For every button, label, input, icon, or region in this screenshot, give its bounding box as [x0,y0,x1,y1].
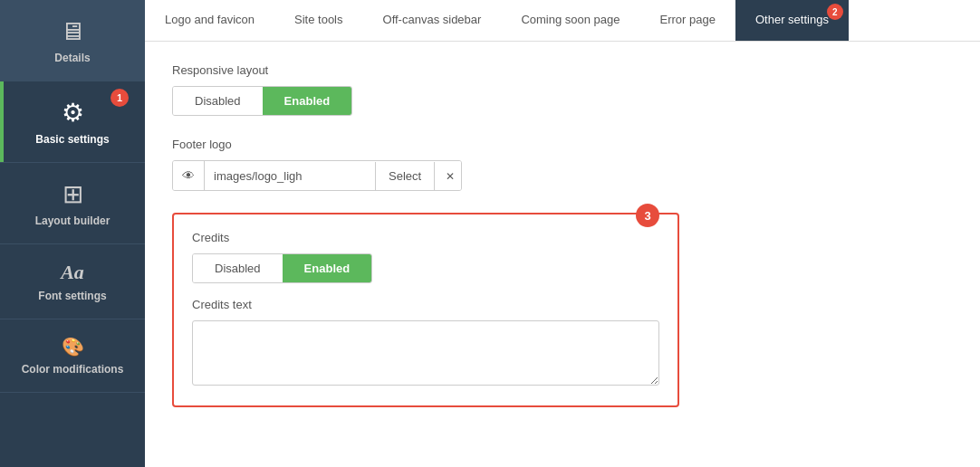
footer-logo-section: Footer logo Select [172,138,953,191]
tab-coming-soon[interactable]: Coming soon page [501,0,639,41]
gear-icon: ⚙ [62,98,84,128]
sidebar-item-label-color-modifications: Color modifications [22,363,124,376]
sidebar-item-label-font-settings: Font settings [38,290,106,302]
sidebar-item-font-settings[interactable]: Aa Font settings [0,244,145,319]
footer-logo-label: Footer logo [172,138,953,151]
tab-off-canvas[interactable]: Off-canvas sidebar [363,0,502,41]
credits-label: Credits [192,231,659,244]
sidebar-item-label-basic-settings: Basic settings [35,133,109,146]
sidebar: 🖥 Details 1 ⚙ Basic settings ⊞ Layout bu… [0,0,145,467]
credits-toggle-section: Credits Disabled Enabled [192,231,659,283]
color-icon: 🎨 [62,336,84,357]
responsive-layout-section: Responsive layout Disabled Enabled [172,63,953,116]
footer-logo-input-row: Select [172,160,462,191]
footer-logo-clear-btn[interactable] [435,161,462,190]
content-area: Responsive layout Disabled Enabled Foote… [145,42,980,467]
font-icon: Aa [61,261,84,284]
other-settings-tab-badge: 2 [827,4,843,20]
tab-error-page[interactable]: Error page [640,0,735,41]
x-icon [446,168,455,183]
credits-badge: 3 [636,204,659,227]
tab-site-tools[interactable]: Site tools [274,0,362,41]
sidebar-item-label-details: Details [54,52,90,64]
tab-logo-favicon[interactable]: Logo and favicon [145,0,274,41]
credits-enabled-btn[interactable]: Enabled [283,254,372,282]
responsive-disabled-btn[interactable]: Disabled [173,87,263,115]
responsive-layout-toggle: Disabled Enabled [172,86,352,116]
responsive-layout-label: Responsive layout [172,63,953,77]
eye-icon [182,168,195,183]
grid-icon: ⊞ [62,179,83,209]
credits-text-label: Credits text [192,298,659,311]
credits-disabled-btn[interactable]: Disabled [193,254,283,282]
footer-logo-select-btn[interactable]: Select [376,162,435,190]
credits-section: 3 Credits Disabled Enabled Credits text [172,213,679,407]
credits-text-section: Credits text [192,298,659,389]
responsive-enabled-btn[interactable]: Enabled [263,87,352,115]
basic-settings-badge: 1 [110,89,129,107]
tab-other-settings[interactable]: 2 Other settings [735,0,849,41]
credits-toggle: Disabled Enabled [192,253,372,283]
main-area: Logo and favicon Site tools Off-canvas s… [145,0,980,467]
sidebar-item-details[interactable]: 🖥 Details [0,0,145,81]
footer-logo-path-input[interactable] [205,162,376,190]
footer-logo-preview-btn[interactable] [173,161,205,190]
sidebar-item-color-modifications[interactable]: 🎨 Color modifications [0,319,145,393]
sidebar-item-layout-builder[interactable]: ⊞ Layout builder [0,163,145,244]
sidebar-item-basic-settings[interactable]: 1 ⚙ Basic settings [0,81,145,163]
tab-bar: Logo and favicon Site tools Off-canvas s… [145,0,980,42]
monitor-icon: 🖥 [60,16,85,46]
credits-text-input[interactable] [192,320,659,386]
sidebar-item-label-layout-builder: Layout builder [35,214,110,227]
